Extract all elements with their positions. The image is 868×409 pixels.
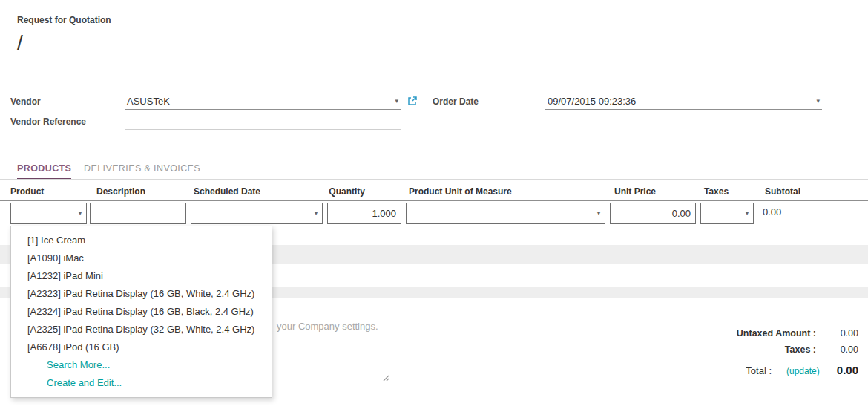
chevron-down-icon[interactable]: ▾ [74,210,86,217]
total-value: 0.00 [814,364,858,376]
dropdown-item[interactable]: [1] Ice Cream [11,232,272,249]
untaxed-amount-value: 0.00 [820,328,858,338]
column-header-subtotal: Subtotal [765,186,800,197]
dropdown-item[interactable]: [A2324] iPad Retina Display (16 GB, Blac… [11,303,272,321]
scheduled-date-combobox[interactable]: ▾ [191,203,323,224]
vendor-field[interactable]: ASUSTeK ▾ [125,94,401,110]
description-cell[interactable] [90,203,186,224]
create-and-edit-link[interactable]: Create and Edit... [11,374,272,392]
product-dropdown: [1] Ice Cream [A1090] iMac [A1232] iPad … [10,226,272,398]
vendor-value: ASUSTeK [127,96,170,107]
column-header-product: Product [10,186,44,197]
product-combobox[interactable]: ▾ [10,203,87,224]
description-input[interactable] [91,203,185,223]
tab-deliveries-invoices[interactable]: DELIVERIES & INVOICES [84,163,200,178]
record-name: / [17,31,23,55]
column-header-quantity: Quantity [297,186,365,197]
chevron-down-icon[interactable]: ▾ [593,210,605,217]
order-date-field[interactable]: 09/07/2015 09:23:36 ▾ [545,94,822,110]
column-header-uom: Product Unit of Measure [409,186,512,197]
header-separator [0,82,868,82]
total-label: Total : [690,365,772,376]
chevron-down-icon[interactable]: ▾ [816,98,820,105]
scheduled-date-input[interactable] [191,203,310,223]
uom-combobox[interactable]: ▾ [406,203,605,224]
column-header-unit-price: Unit Price [586,186,656,197]
untaxed-amount-label: Untaxed Amount : [690,328,816,338]
doc-type-label: Request for Quotation [17,15,111,25]
unit-price-input[interactable] [611,203,695,223]
external-link-icon[interactable] [407,96,418,106]
taxes-value: 0.00 [820,344,858,355]
column-header-taxes: Taxes [704,186,729,197]
chevron-down-icon[interactable]: ▾ [310,210,322,217]
vendor-label: Vendor [10,96,41,107]
unit-price-cell[interactable] [610,203,696,224]
request-for-quotation-form: Request for Quotation / Vendor ASUSTeK ▾… [0,0,868,409]
uom-input[interactable] [407,203,593,223]
vendor-reference-label: Vendor Reference [10,117,86,127]
subtotal-value: 0.00 [763,206,781,217]
dropdown-item[interactable]: [A1090] iMac [11,249,272,267]
dropdown-item[interactable]: [A2323] iPad Retina Display (16 GB, Whit… [11,285,272,303]
taxes-label: Taxes : [690,344,816,355]
search-more-link[interactable]: Search More... [11,356,272,374]
total-separator [723,361,858,361]
dropdown-item[interactable]: [A2325] iPad Retina Display (32 GB, Whit… [11,321,272,338]
tab-products[interactable]: PRODUCTS [17,163,71,180]
taxes-input[interactable] [701,203,741,223]
notes-hint-text: your Company settings. [277,321,378,332]
chevron-down-icon[interactable]: ▾ [395,98,398,105]
product-input[interactable] [11,203,74,223]
dropdown-item[interactable]: [A1232] iPad Mini [11,267,272,285]
order-date-value: 09/07/2015 09:23:36 [548,96,636,107]
table-header-separator [0,200,868,201]
tabs-separator [0,179,868,180]
vendor-reference-field[interactable] [125,114,401,130]
column-header-scheduled-date: Scheduled Date [194,186,260,197]
column-header-description: Description [96,186,145,197]
textarea-resize-handle[interactable] [380,372,390,382]
order-date-label: Order Date [433,96,479,107]
quantity-cell[interactable] [327,203,401,224]
chevron-down-icon[interactable]: ▾ [741,210,753,217]
taxes-combobox[interactable]: ▾ [700,203,754,224]
dropdown-item[interactable]: [A6678] iPod (16 GB) [11,338,272,356]
quantity-input[interactable] [328,203,401,223]
